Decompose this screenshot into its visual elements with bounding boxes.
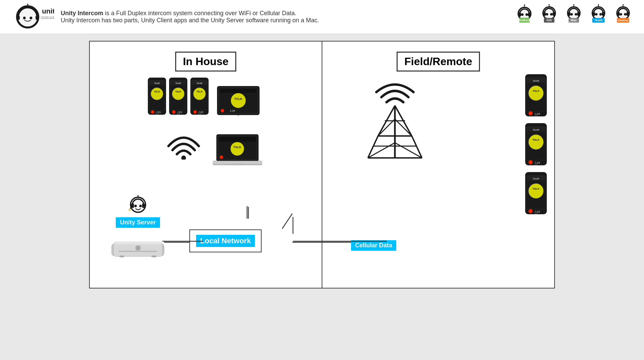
- svg-rect-134: [231, 163, 244, 165]
- svg-text:TALK: TALK: [175, 90, 181, 93]
- svg-point-7: [27, 4, 28, 5]
- svg-point-70: [139, 205, 141, 207]
- remote-phones-area: TALK Scott 1:23 TALK Scott 1:23: [525, 74, 547, 215]
- svg-text:Scott: Scott: [533, 128, 539, 131]
- svg-rect-14: [528, 12, 530, 16]
- header: unity intercom Unity Intercom is a Full …: [0, 0, 644, 34]
- svg-point-162: [529, 135, 543, 149]
- svg-point-152: [529, 86, 543, 101]
- unity-mascot-icon: [128, 195, 148, 217]
- svg-point-26: [550, 13, 552, 15]
- svg-rect-23: [543, 12, 545, 16]
- svg-point-48: [598, 4, 599, 5]
- svg-point-176: [529, 209, 533, 213]
- unity-intercom-logo: unity intercom: [10, 3, 54, 30]
- svg-text:Scott: Scott: [176, 82, 181, 84]
- svg-rect-116: [220, 89, 257, 93]
- svg-point-168: [535, 163, 537, 165]
- svg-rect-127: [219, 137, 256, 142]
- svg-point-38: [573, 4, 574, 5]
- svg-text:Touch: Touch: [594, 19, 602, 22]
- svg-text:Scott: Scott: [533, 177, 539, 180]
- logo-container: unity intercom: [10, 3, 54, 30]
- svg-rect-24: [553, 12, 555, 16]
- svg-point-119: [221, 109, 224, 112]
- svg-point-100: [172, 110, 176, 114]
- svg-point-117: [231, 93, 246, 108]
- svg-point-178: [535, 212, 537, 214]
- svg-text:unity: unity: [42, 7, 54, 15]
- svg-rect-54: [626, 12, 629, 16]
- laptop-area: TALK: [211, 133, 264, 171]
- svg-point-166: [529, 160, 533, 164]
- svg-point-123: [181, 156, 186, 160]
- svg-point-15: [521, 13, 523, 16]
- svg-rect-33: [568, 12, 570, 16]
- svg-point-74: [129, 209, 131, 211]
- svg-rect-13: [518, 12, 521, 16]
- mac-mini-icon: : [108, 230, 167, 261]
- svg-line-63: [282, 214, 292, 229]
- svg-text:TALK: TALK: [154, 90, 160, 93]
- svg-point-72: [137, 195, 139, 196]
- svg-rect-2: [17, 16, 20, 20]
- svg-point-81: [119, 255, 125, 257]
- header-bold: Unity Intercom: [61, 10, 103, 17]
- svg-point-36: [574, 13, 577, 15]
- remote-phone-1: TALK Scott 1:23: [525, 74, 547, 117]
- svg-point-156: [529, 111, 533, 115]
- svg-text:Android: Android: [519, 19, 530, 22]
- header-description: Unity Intercom is a Full Duplex intercom…: [61, 10, 507, 24]
- svg-point-55: [619, 13, 622, 15]
- svg-text:1:23: 1:23: [230, 109, 235, 112]
- windows-platform-icon: Windows: [612, 4, 634, 30]
- remote-phone-3: TALK Scott 1:23: [525, 171, 547, 215]
- svg-point-4: [23, 17, 26, 19]
- svg-marker-121: [233, 115, 243, 116]
- svg-text:Scott: Scott: [154, 82, 160, 84]
- svg-text:TALK: TALK: [533, 89, 540, 92]
- main-diagram: In House: [89, 41, 555, 288]
- svg-rect-67: [131, 203, 134, 208]
- svg-text:TALK: TALK: [533, 138, 540, 141]
- right-panel-field-remote: Field/Remote: [322, 41, 554, 288]
- mac-platform-icon: Mac: [563, 4, 585, 30]
- svg-point-128: [231, 142, 244, 156]
- local-network-box: Local Network: [189, 229, 262, 252]
- ios-platform-icon: iOS: [538, 4, 560, 30]
- svg-text:TALK: TALK: [533, 187, 540, 190]
- svg-rect-43: [592, 12, 595, 16]
- in-house-phones-area: TALK Scott 1:23 TALK Scott 1:23: [147, 77, 209, 116]
- svg-point-5: [30, 17, 32, 19]
- svg-text:Mac: Mac: [571, 19, 577, 22]
- svg-point-102: [177, 112, 180, 115]
- svg-rect-44: [602, 12, 604, 16]
- in-house-title: In House: [175, 52, 236, 72]
- cellular-data-label: Cellular Data: [351, 240, 396, 251]
- wifi-symbol: [163, 128, 204, 161]
- tablet-icon: TALK 1:23: [216, 85, 260, 116]
- svg-point-130: [220, 156, 223, 159]
- cell-tower-icon: [356, 75, 434, 160]
- in-house-phone-3: TALK Scott 1:23: [190, 77, 209, 116]
- svg-point-28: [548, 4, 550, 5]
- svg-rect-77: [114, 242, 161, 244]
- svg-point-82: [151, 255, 157, 257]
- local-network-label: Local Network: [196, 235, 255, 247]
- svg-point-56: [624, 13, 626, 15]
- svg-text:intercom: intercom: [41, 16, 54, 19]
- svg-text:Scott: Scott: [533, 79, 539, 82]
- cell-tower-area: [356, 75, 434, 161]
- svg-point-90: [151, 110, 154, 114]
- unity-server-area: Unity Server : [108, 195, 167, 261]
- svg-rect-53: [617, 12, 619, 16]
- svg-text:iOS: iOS: [546, 19, 552, 22]
- svg-point-25: [545, 13, 548, 15]
- svg-text:TALK: TALK: [234, 97, 242, 101]
- svg-point-112: [198, 112, 201, 115]
- svg-rect-68: [142, 203, 145, 208]
- svg-text:TALK: TALK: [196, 90, 203, 93]
- svg-point-96: [172, 88, 184, 100]
- svg-text:TALK: TALK: [233, 145, 241, 149]
- svg-point-46: [599, 13, 601, 15]
